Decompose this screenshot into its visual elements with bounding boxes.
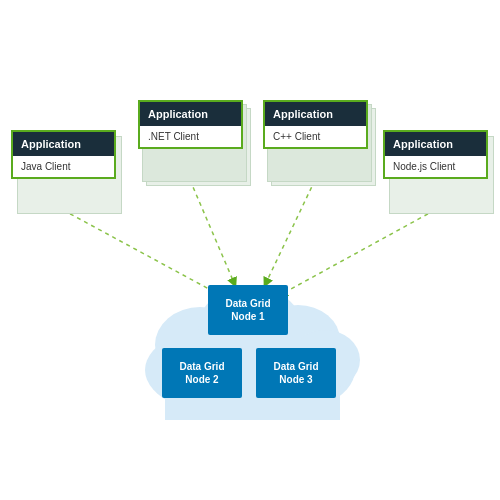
data-grid-node1: Data Grid Node 1: [208, 285, 288, 335]
nodejs-client-label: Node.js Client: [385, 156, 486, 177]
dotnet-card: Application .NET Client: [138, 100, 243, 149]
nodejs-client-card: Application Node.js Client: [383, 130, 488, 179]
java-client-card: Application Java Client: [11, 130, 116, 179]
nodejs-app-label: Application: [385, 132, 486, 156]
nodejs-card: Application Node.js Client: [383, 130, 488, 179]
java-app-label: Application: [13, 132, 114, 156]
cpp-app-label: Application: [265, 102, 366, 126]
cpp-client-card: Application C++ Client: [263, 100, 368, 149]
cpp-card: Application C++ Client: [263, 100, 368, 149]
java-card: Application Java Client: [11, 130, 116, 179]
dotnet-client-label: .NET Client: [140, 126, 241, 147]
data-grid-node3: Data Grid Node 3: [256, 348, 336, 398]
architecture-diagram: Application Java Client Application .NET…: [0, 0, 500, 500]
java-client-label: Java Client: [13, 156, 114, 177]
data-grid-node2: Data Grid Node 2: [162, 348, 242, 398]
cpp-client-label: C++ Client: [265, 126, 366, 147]
dotnet-client-card: Application .NET Client: [138, 100, 243, 149]
dotnet-app-label: Application: [140, 102, 241, 126]
